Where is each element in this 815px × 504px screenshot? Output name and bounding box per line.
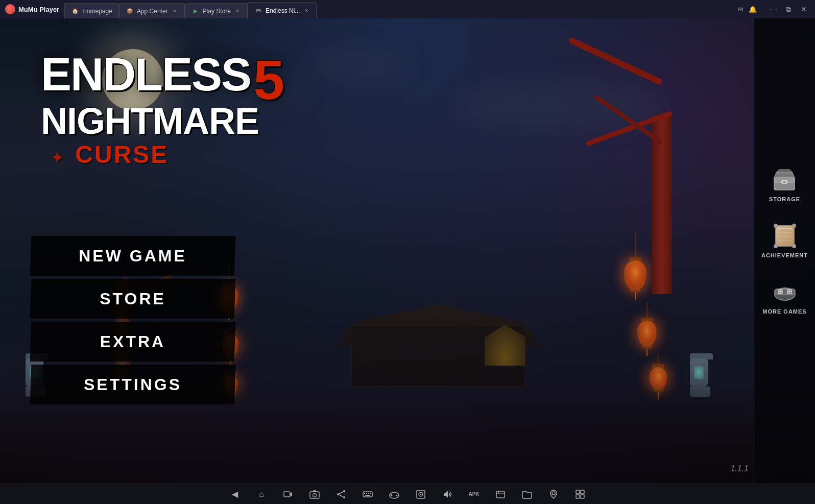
location-button[interactable] [545,486,562,502]
lantern-right-2 [637,302,657,356]
tree-right [560,39,713,294]
game-title: ENDLESS 5 NIGHTMARE ✦ CURSE [41,54,283,169]
svg-rect-43 [496,491,505,498]
titlebar-extras: ✉ 🔔 [735,4,762,14]
titlebar: MuMu Player 🏠 Homepage 📦 App Center ✕ ▶ … [0,0,815,18]
lantern-string-r2 [646,302,648,318]
tabs-container: 🏠 Homepage 📦 App Center ✕ ▶ Play Store ✕… [64,0,735,18]
playstore-tab-label: Play Store [203,8,231,15]
appcenter-tab-close[interactable]: ✕ [171,8,178,15]
svg-rect-46 [581,490,584,494]
keyboard-button[interactable] [359,486,376,502]
svg-rect-33 [365,495,370,496]
achievement-label: ACHIEVEMENT [761,252,808,258]
tab-homepage[interactable]: 🏠 Homepage [64,3,119,18]
svg-rect-45 [576,490,580,494]
extra-button[interactable]: EXTRA [41,324,225,359]
stone-glow-right [694,366,704,379]
version-number: 1.1.1 [730,464,749,473]
svg-point-22 [313,493,317,497]
game-tab-icon: 🎮 [254,7,262,15]
curse-text: CURSE [75,141,169,168]
svg-rect-19 [284,492,290,497]
playstore-tab-close[interactable]: ✕ [234,8,241,15]
logo-icon [5,4,15,14]
back-button[interactable]: ◀ [227,486,243,502]
apk-button[interactable]: APK [466,486,482,502]
minimize-button[interactable]: — [766,2,780,16]
new-game-button[interactable]: NEW GAME [41,238,225,273]
files-button[interactable] [492,486,509,502]
sidebar-achievement[interactable]: ACHIEVEMENT [756,218,813,263]
storage-label: STORAGE [769,196,800,202]
svg-point-25 [343,496,345,498]
title-curse: ✦ CURSE [51,140,283,169]
branch-right-1 [568,37,663,85]
home-button[interactable]: ⌂ [253,486,270,502]
share-button[interactable] [333,486,349,502]
tab-appcenter[interactable]: 📦 App Center ✕ [119,3,185,18]
playstore-tab-icon: ▶ [191,7,200,15]
close-button[interactable]: ✕ [797,2,811,16]
window-controls: — ⧉ ✕ [762,2,815,16]
svg-point-6 [774,224,778,228]
achievement-icon [772,223,798,249]
restore-button[interactable]: ⧉ [781,2,796,16]
appcenter-tab-label: App Center [137,8,168,15]
more-games-label: MORE GAMES [762,308,806,315]
lantern-body-r2 [637,321,657,346]
title-endless: ENDLESS [41,54,251,95]
menu-buttons: NEW GAME STORE EXTRA SETTINGS [41,238,225,402]
cloud-2 [306,49,409,80]
temple-door [485,325,525,366]
volume-button[interactable] [439,486,456,502]
sidebar-more-games[interactable]: MORE GAMES [757,274,811,320]
right-sidebar: STORAGE [754,18,815,484]
settings-label: SETTINGS [84,375,182,394]
svg-rect-30 [366,493,367,494]
svg-point-9 [792,244,796,248]
lantern-string-r3 [658,354,659,364]
tab-playstore[interactable]: ▶ Play Store ✕ [185,3,248,18]
homepage-tab-label: Homepage [82,8,112,15]
app-logo: MuMu Player [0,4,64,14]
svg-line-27 [339,495,343,497]
store-label: STORE [100,290,166,308]
record-button[interactable] [280,486,296,502]
folder-button[interactable] [519,486,535,502]
store-button[interactable]: STORE [41,281,225,316]
sidebar-storage[interactable]: STORAGE [764,161,805,207]
app-name: MuMu Player [18,6,59,13]
screenshot-button[interactable] [413,486,429,502]
more-games-icon [772,279,798,305]
svg-point-41 [420,493,422,495]
gamepad-button[interactable] [386,486,402,502]
svg-rect-32 [370,493,371,494]
title-nightmare: NIGHTMARE [41,105,283,138]
svg-rect-31 [368,493,369,494]
camera-button[interactable] [306,486,323,502]
svg-rect-29 [364,493,365,494]
game-tab-label: Endless Ni... [266,7,300,14]
notification-icon[interactable]: 🔔 [748,4,758,14]
storage-icon [771,166,798,193]
svg-point-23 [337,493,339,495]
svg-point-44 [552,492,555,495]
resize-button[interactable] [572,486,588,502]
game-tab-close[interactable]: ✕ [303,7,310,14]
tab-game[interactable]: 🎮 Endless Ni... ✕ [248,2,317,18]
svg-point-8 [774,244,778,248]
svg-marker-42 [444,491,448,498]
svg-point-36 [396,494,398,496]
svg-rect-3 [783,181,785,183]
extra-label: EXTRA [100,332,165,351]
settings-button[interactable]: SETTINGS [41,367,225,402]
svg-rect-48 [581,495,584,498]
lantern-tassel-r2 [646,348,648,356]
svg-line-26 [339,492,343,494]
title-5: 5 [253,54,283,105]
email-icon[interactable]: ✉ [735,4,746,14]
main-content: ENDLESS 5 NIGHTMARE ✦ CURSE NEW GAME STO… [0,18,815,484]
svg-point-7 [792,224,796,228]
svg-rect-11 [775,289,795,294]
